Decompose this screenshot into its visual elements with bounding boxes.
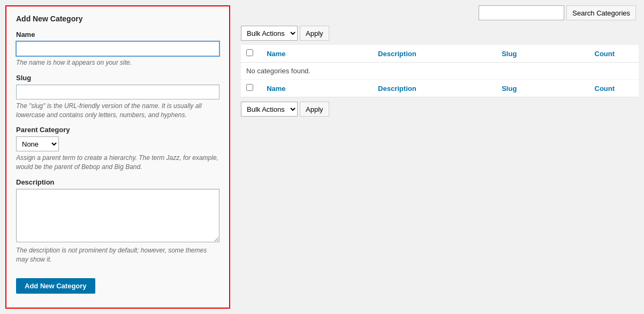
categories-table: Name Description Slug Count No categorie…	[241, 45, 639, 97]
name-field-group: Name The name is how it appears on your …	[16, 30, 219, 67]
panel-title: Add New Category	[16, 14, 219, 23]
add-category-panel: Add New Category Name The name is how it…	[5, 5, 230, 309]
bottom-bulk-actions-select[interactable]: Bulk Actions	[241, 102, 298, 117]
count-col-link[interactable]: Count	[595, 50, 615, 58]
header-name-col: Name	[261, 45, 373, 63]
bottom-apply-button[interactable]: Apply	[300, 102, 329, 117]
slug-field-group: Slug The "slug" is the URL-friendly vers…	[16, 74, 219, 120]
name-hint: The name is how it appears on your site.	[16, 58, 219, 67]
parent-label: Parent Category	[16, 126, 219, 134]
slug-label: Slug	[16, 74, 219, 82]
description-textarea[interactable]	[16, 189, 219, 242]
select-all-checkbox[interactable]	[246, 49, 253, 56]
footer-name-col: Name	[261, 80, 373, 97]
footer-slug-col-link[interactable]: Slug	[502, 85, 517, 93]
top-actions-bar: Bulk Actions Apply	[241, 26, 639, 41]
table-header-row: Name Description Slug Count	[241, 45, 639, 63]
categories-list-panel: Search Categories Bulk Actions Apply Nam…	[241, 5, 644, 309]
parent-hint: Assign a parent term to create a hierarc…	[16, 154, 219, 172]
name-col-link[interactable]: Name	[267, 50, 285, 58]
description-col-link[interactable]: Description	[378, 50, 416, 58]
slug-hint: The "slug" is the URL-friendly version o…	[16, 102, 219, 120]
description-field-group: Description The description is not promi…	[16, 178, 219, 264]
select-all-footer-checkbox[interactable]	[246, 84, 253, 91]
description-hint: The description is not prominent by defa…	[16, 246, 219, 264]
name-input[interactable]	[16, 41, 219, 56]
no-categories-message: No categories found.	[241, 63, 639, 80]
search-bar: Search Categories	[241, 5, 639, 20]
table-footer-row: Name Description Slug Count	[241, 80, 639, 97]
top-bulk-actions-select[interactable]: Bulk Actions	[241, 26, 298, 41]
search-categories-button[interactable]: Search Categories	[566, 5, 636, 20]
footer-description-col-link[interactable]: Description	[378, 85, 416, 93]
slug-input[interactable]	[16, 85, 219, 99]
add-category-button[interactable]: Add New Category	[16, 278, 95, 294]
parent-field-group: Parent Category None Assign a parent ter…	[16, 126, 219, 172]
footer-name-col-link[interactable]: Name	[267, 85, 285, 93]
header-description-col: Description	[373, 45, 496, 63]
header-count-col: Count	[589, 45, 639, 63]
bottom-actions-bar: Bulk Actions Apply	[241, 102, 639, 117]
slug-col-link[interactable]: Slug	[502, 50, 517, 58]
header-slug-col: Slug	[496, 45, 589, 63]
parent-select[interactable]: None	[16, 136, 59, 151]
search-categories-input[interactable]	[479, 5, 564, 20]
no-results-row: No categories found.	[241, 63, 639, 80]
footer-slug-col: Slug	[496, 80, 589, 97]
top-apply-button[interactable]: Apply	[300, 26, 329, 41]
footer-checkbox-col	[241, 80, 261, 97]
footer-count-col-link[interactable]: Count	[595, 85, 615, 93]
description-label: Description	[16, 178, 219, 186]
header-checkbox-col	[241, 45, 261, 63]
name-label: Name	[16, 30, 219, 39]
footer-count-col: Count	[589, 80, 639, 97]
footer-description-col: Description	[373, 80, 496, 97]
